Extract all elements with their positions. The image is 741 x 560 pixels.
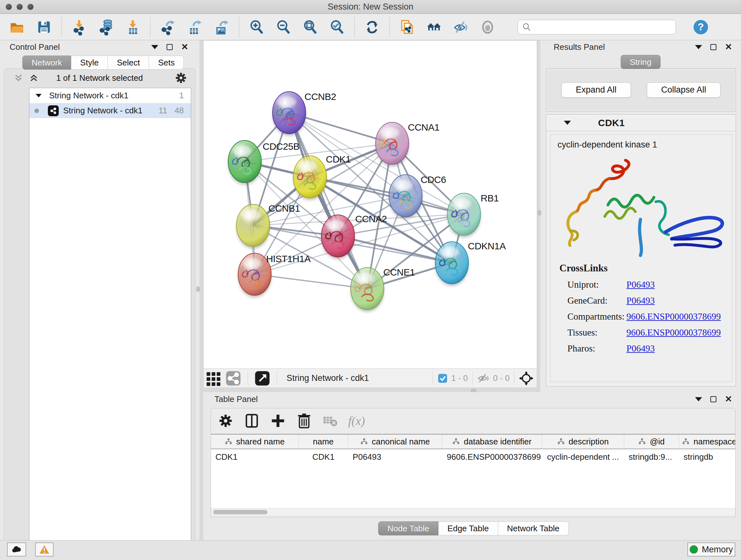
column-header-namespace[interactable]: namespace — [679, 435, 735, 449]
table-cell[interactable]: cyclin-dependent ... — [542, 452, 624, 462]
grid-icon — [205, 370, 222, 387]
warnings-button[interactable] — [35, 543, 54, 557]
import-network-database-button[interactable] — [92, 17, 119, 37]
table-cell[interactable]: CDK1 — [299, 452, 348, 462]
table-cell[interactable]: P06493 — [348, 452, 442, 462]
protein-node-CCNA2[interactable] — [321, 215, 354, 259]
current-network-dot-icon — [35, 109, 39, 113]
protein-node-CDKN1A[interactable] — [435, 242, 468, 286]
panel-menu-icon[interactable] — [695, 397, 702, 401]
close-panel-icon[interactable]: ✕ — [181, 43, 188, 51]
cloud-status-button[interactable] — [7, 543, 26, 557]
column-header-database-identifier[interactable]: database identifier — [442, 435, 542, 449]
column-header-shared-name[interactable]: shared name — [211, 435, 299, 449]
search-input[interactable] — [531, 23, 672, 32]
zoom-selected-button[interactable] — [324, 17, 350, 37]
crosslink-link[interactable]: P06493 — [626, 279, 655, 290]
table-cell[interactable]: CDK1 — [211, 452, 299, 462]
hide-selected-button[interactable] — [448, 17, 474, 37]
import-table-file-button[interactable] — [119, 17, 146, 37]
network-share-button[interactable] — [223, 368, 243, 388]
clone-network-button[interactable] — [394, 17, 421, 37]
tab-select[interactable]: Select — [108, 56, 149, 70]
zoom-fit-content-button[interactable] — [297, 17, 324, 37]
tab-network[interactable]: Network — [22, 56, 71, 70]
collection-expander-icon[interactable] — [36, 94, 42, 98]
gene-expander-icon[interactable] — [564, 121, 571, 125]
selected-checkbox-icon[interactable] — [437, 373, 448, 384]
zoom-in-button[interactable] — [243, 17, 270, 37]
panel-menu-icon[interactable] — [151, 45, 158, 49]
table-horizontal-scrollbar[interactable] — [212, 509, 735, 515]
fit-selected-crosshair-icon[interactable] — [519, 371, 534, 386]
table-row[interactable]: CDK1CDK1P064939606.ENSP00000378699cyclin… — [211, 449, 735, 464]
network-row-selected[interactable]: String Network - cdk1 11 48 — [29, 103, 191, 118]
tab-style[interactable]: Style — [71, 56, 108, 70]
memory-button[interactable]: Memory — [687, 543, 735, 557]
table-cell[interactable]: 9606.ENSP00000378699 — [442, 452, 542, 462]
import-network-file-button[interactable] — [66, 17, 92, 37]
node-table[interactable]: shared namenamecanonical namedatabase id… — [211, 434, 735, 508]
search-field[interactable] — [518, 20, 676, 35]
crosslink-link[interactable]: 9606.ENSP00000378699 — [626, 327, 721, 338]
tab-network-table[interactable]: Network Table — [498, 521, 569, 536]
tab-string[interactable]: String — [621, 55, 661, 69]
show-all-button[interactable] — [474, 17, 501, 37]
column-header-canonical-name[interactable]: canonical name — [348, 435, 442, 449]
tab-edge-table[interactable]: Edge Table — [439, 521, 498, 536]
tab-sets[interactable]: Sets — [149, 56, 184, 70]
gene-entry-header[interactable]: CDK1 — [546, 115, 736, 131]
birdseye-grid-button[interactable] — [204, 368, 223, 388]
scrollbar-thumb[interactable] — [213, 510, 267, 514]
expand-all-button[interactable]: Expand All — [561, 82, 631, 98]
left-splitter-grip[interactable] — [196, 287, 200, 292]
crosslink-link[interactable]: P06493 — [626, 295, 655, 306]
network-canvas[interactable]: CCNB2CCNA1CDC25BCDK1CDC6RB1CCNB1CCNA2CDK… — [203, 40, 537, 369]
create-column-icon[interactable] — [270, 413, 286, 429]
crosslink-link[interactable]: P06493 — [626, 343, 655, 354]
delete-column-trash-icon[interactable] — [296, 413, 313, 429]
panel-menu-icon[interactable] — [695, 45, 702, 49]
network-options-gear-icon[interactable] — [175, 71, 187, 84]
protein-node-CDK1[interactable] — [293, 156, 327, 200]
float-panel-icon[interactable] — [166, 44, 173, 50]
protein-node-CDC25B[interactable] — [228, 140, 261, 185]
close-panel-icon[interactable]: ✕ — [725, 395, 732, 403]
close-panel-icon[interactable]: ✕ — [725, 43, 732, 51]
protein-node-CCNB2[interactable] — [273, 91, 306, 136]
table-cell[interactable]: stringdb — [679, 452, 735, 462]
crosslink-link[interactable]: 9606.ENSP00000378699 — [626, 311, 721, 322]
table-cell[interactable]: stringdb:9... — [624, 452, 679, 462]
export-network-file-button[interactable] — [154, 17, 181, 37]
export-table-file-button[interactable] — [181, 17, 208, 37]
network-collection-row[interactable]: String Network - cdk1 1 — [29, 88, 191, 103]
tab-node-table[interactable]: Node Table — [378, 521, 439, 536]
refresh-view-button[interactable] — [359, 17, 386, 37]
edge-CCNA2-CDKN1A[interactable] — [338, 236, 452, 263]
open-session-button[interactable] — [4, 17, 30, 37]
float-panel-icon[interactable] — [711, 396, 717, 402]
right-splitter-grip[interactable] — [538, 210, 541, 215]
table-settings-gear-icon[interactable] — [217, 413, 234, 429]
show-columns-icon[interactable] — [244, 413, 260, 429]
protein-node-CDC6[interactable] — [389, 175, 422, 219]
column-header-description[interactable]: description — [542, 435, 624, 449]
column-header--id[interactable]: @id — [624, 435, 679, 449]
collapse-all-button[interactable]: Collapse All — [647, 82, 721, 98]
float-panel-icon[interactable] — [711, 44, 717, 50]
open-in-window-button[interactable] — [253, 368, 272, 388]
protein-node-CCNB1[interactable] — [237, 204, 270, 249]
protein-node-CCNA1[interactable] — [376, 122, 409, 167]
save-session-button[interactable] — [30, 17, 57, 37]
protein-node-RB1[interactable] — [448, 193, 481, 238]
export-image-file-button[interactable] — [208, 17, 235, 37]
zoom-out-button[interactable] — [270, 17, 297, 37]
help-button[interactable]: ? — [687, 17, 714, 37]
network-collection-button[interactable] — [421, 17, 448, 37]
node-label-CCNE1: CCNE1 — [383, 267, 415, 277]
network-graph[interactable]: CCNB2CCNA1CDC25BCDK1CDC6RB1CCNB1CCNA2CDK… — [204, 41, 537, 368]
column-header-name[interactable]: name — [299, 435, 348, 449]
crosslink-label: Compartments: — [567, 311, 626, 322]
protein-node-CCNE1[interactable] — [351, 267, 384, 312]
edge-HIST1H1A-CCNE1[interactable] — [255, 274, 367, 289]
